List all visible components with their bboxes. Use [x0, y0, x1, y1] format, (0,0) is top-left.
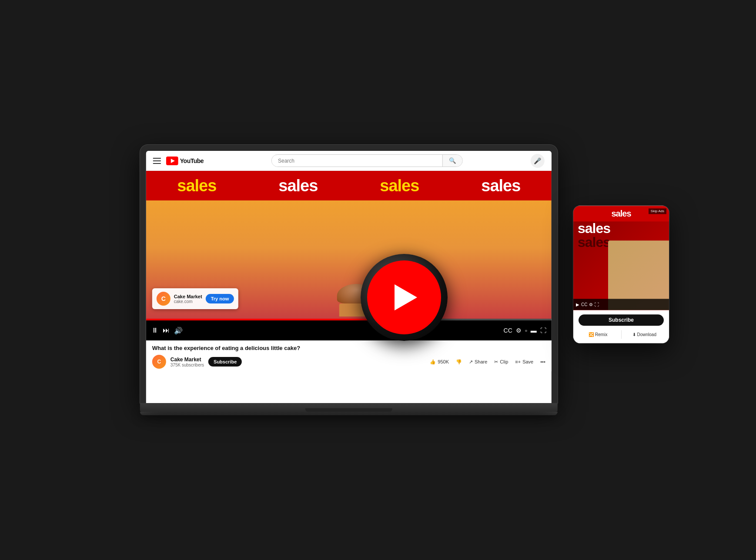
ad-url: cake.com: [174, 299, 202, 304]
phone-remix-button[interactable]: 🔀 Remix: [579, 332, 618, 337]
phone-play-icon[interactable]: ▶: [576, 302, 579, 307]
video-title: What is the experience of eating a delic…: [152, 345, 545, 351]
search-button[interactable]: 🔍: [442, 155, 462, 167]
theater-button[interactable]: ▬: [531, 327, 537, 334]
phone-download-button[interactable]: ⬇ Download: [625, 332, 664, 337]
miniplayer-button[interactable]: ▫: [525, 327, 527, 334]
laptop-screen-outer: YouTube 🔍 🎤 sal: [140, 145, 558, 403]
cc-button[interactable]: CC: [504, 327, 512, 334]
sales-text-3: sales: [380, 177, 419, 195]
mic-icon: 🎤: [534, 157, 541, 164]
next-button[interactable]: ⏭: [163, 327, 170, 334]
phone-action-divider: [621, 330, 622, 339]
like-button[interactable]: 👍 950K: [430, 359, 449, 365]
search-input[interactable]: [272, 155, 442, 167]
sales-text-1: sales: [177, 177, 216, 195]
channel-avatar: C: [152, 355, 166, 369]
phone-subscribe-button[interactable]: Subscribe: [579, 314, 664, 326]
search-bar[interactable]: 🔍: [271, 154, 463, 167]
hamburger-button[interactable]: [153, 158, 161, 164]
play-triangle-icon: [395, 284, 417, 310]
video-controls: ⏸ ⏭ 🔊 CC ⚙ ▫ ▬ ⛶: [146, 320, 552, 340]
channel-name: Cake Market: [171, 357, 204, 363]
fullscreen-button[interactable]: ⛶: [540, 327, 546, 334]
youtube-logo: YouTube: [166, 157, 204, 165]
laptop-base: [140, 403, 558, 412]
share-icon: ↗: [469, 359, 473, 365]
dislike-button[interactable]: 👎: [456, 359, 462, 365]
phone-settings-icon[interactable]: ⚙: [589, 302, 593, 307]
phone-controls-bar: ▶ CC ⚙ ⛶: [573, 299, 669, 310]
save-button[interactable]: ≡+ Save: [515, 359, 533, 364]
phone-mockup: sales sales sales Skip Ads ▶ CC ⚙ ⛶ Subs…: [573, 206, 669, 343]
play-circle-red: [367, 260, 441, 334]
sales-banner: sales sales sales sales: [146, 171, 552, 200]
phone-bottom: Subscribe 🔀 Remix ⬇ Download: [573, 310, 669, 343]
ad-name: Cake Market: [174, 294, 202, 299]
sales-text-2: sales: [278, 177, 318, 195]
ad-cta-button[interactable]: Try now: [206, 294, 234, 303]
settings-button[interactable]: ⚙: [516, 327, 522, 334]
phone-video: sales sales sales Skip Ads ▶ CC ⚙ ⛶: [573, 206, 669, 310]
phone-skip-ads-button[interactable]: Skip Ads: [649, 208, 666, 214]
video-container[interactable]: sales sales sales sales C: [146, 171, 552, 340]
volume-button[interactable]: 🔊: [174, 327, 183, 335]
youtube-logo-icon: [166, 157, 178, 165]
ad-avatar: C: [157, 292, 171, 306]
phone-action-row: 🔀 Remix ⬇ Download: [579, 330, 664, 339]
mic-button[interactable]: 🎤: [531, 154, 545, 168]
clip-icon: ✂: [494, 359, 498, 365]
sales-text-4: sales: [481, 177, 520, 195]
more-icon: •••: [540, 359, 545, 364]
download-icon: ⬇: [632, 332, 636, 337]
laptop-foot: [140, 412, 558, 415]
phone-cc-icon[interactable]: CC: [581, 302, 587, 307]
subscribe-button[interactable]: Subscribe: [208, 357, 242, 367]
laptop-screen: YouTube 🔍 🎤 sal: [146, 151, 552, 403]
video-info: What is the experience of eating a delic…: [146, 340, 552, 371]
phone-fullscreen-icon[interactable]: ⛶: [595, 302, 599, 307]
action-row: 👍 950K 👎 ↗ Share ✂: [430, 359, 545, 365]
ad-info: Cake Market cake.com: [174, 294, 202, 304]
more-button[interactable]: •••: [540, 359, 545, 364]
youtube-logo-text: YouTube: [180, 157, 204, 164]
channel-subs: 375K subscribers: [171, 363, 204, 367]
clip-button[interactable]: ✂ Clip: [494, 359, 508, 365]
pause-button[interactable]: ⏸: [151, 327, 158, 334]
ad-overlay: C Cake Market cake.com Try now: [152, 288, 238, 309]
controls-right: CC ⚙ ▫ ▬ ⛶: [504, 327, 546, 334]
like-icon: 👍: [430, 359, 436, 365]
search-icon: 🔍: [449, 157, 456, 164]
dislike-icon: 👎: [456, 359, 462, 365]
youtube-header: YouTube 🔍 🎤: [146, 151, 552, 171]
youtube-play-button[interactable]: [361, 254, 448, 341]
phone-sales-line-1: sales: [578, 221, 669, 235]
remix-icon: 🔀: [589, 332, 594, 337]
scene: YouTube 🔍 🎤 sal: [0, 0, 756, 560]
laptop: YouTube 🔍 🎤 sal: [140, 145, 558, 415]
channel-row: C Cake Market 375K subscribers Subscribe…: [152, 355, 545, 369]
save-icon: ≡+: [515, 359, 521, 364]
share-button[interactable]: ↗ Share: [469, 359, 487, 365]
channel-info: Cake Market 375K subscribers: [171, 357, 204, 367]
phone-sales-text-top: sales: [611, 209, 631, 219]
